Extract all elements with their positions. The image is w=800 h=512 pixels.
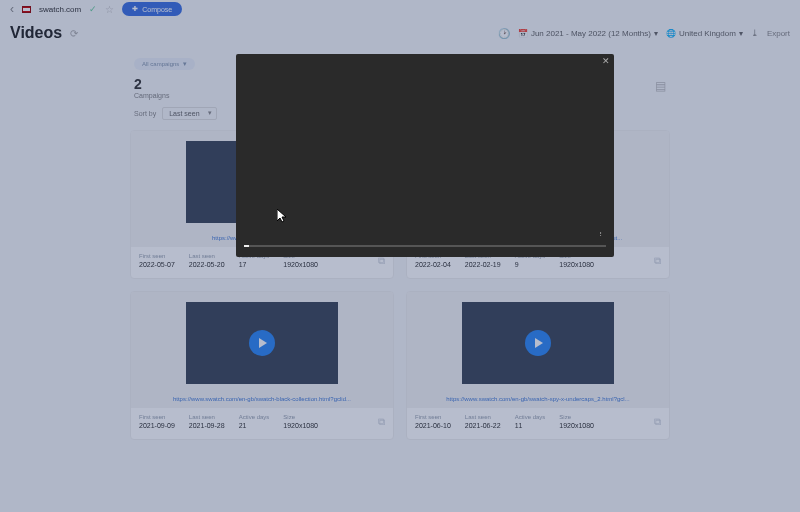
- video-progress[interactable]: [244, 245, 606, 247]
- close-icon[interactable]: ✕: [602, 56, 610, 66]
- cursor-icon: [277, 209, 289, 227]
- progress-handle[interactable]: ⠇: [599, 231, 604, 239]
- video-modal: ✕ ⠇: [236, 54, 614, 257]
